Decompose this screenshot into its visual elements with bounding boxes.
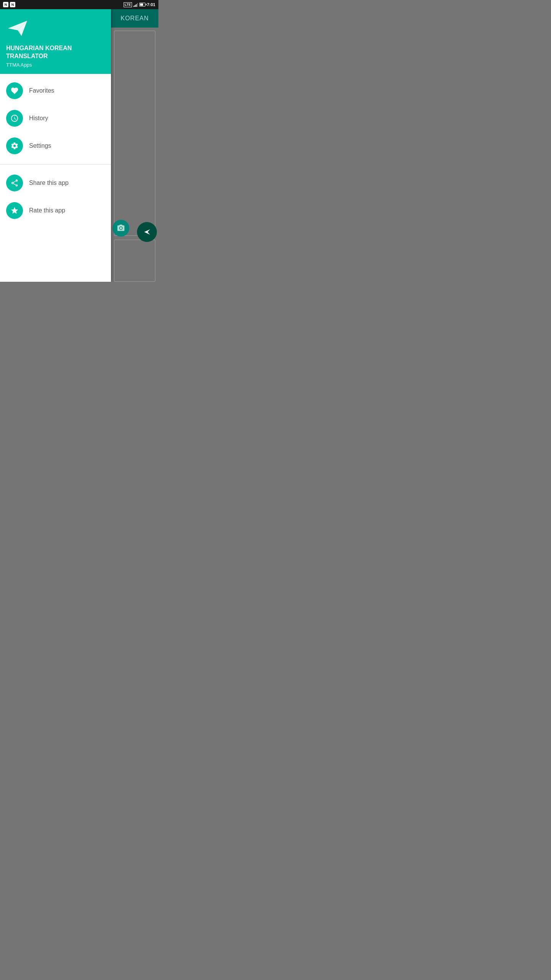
main-layout: HUNGARIAN KOREAN TRANSLATOR TTMA Apps Fa… [0, 9, 158, 282]
status-time: 7:01 [147, 2, 155, 7]
drawer-item-share[interactable]: Share this app [0, 169, 111, 197]
heart-icon [10, 87, 19, 95]
status-right: LTE 7:01 [124, 2, 155, 7]
history-label: History [29, 115, 48, 122]
drawer-item-favorites[interactable]: Favorites [0, 77, 111, 105]
app-logo [6, 17, 29, 40]
translate-fab[interactable] [137, 222, 157, 242]
clock-icon [10, 114, 19, 122]
svg-marker-0 [8, 21, 27, 36]
signal-bar-4 [137, 3, 138, 7]
favorites-label: Favorites [29, 87, 54, 94]
star-icon [10, 206, 19, 215]
share-label: Share this app [29, 180, 68, 186]
signal-icon [134, 2, 138, 7]
settings-label: Settings [29, 142, 51, 149]
drawer-divider [0, 164, 111, 165]
drawer: HUNGARIAN KOREAN TRANSLATOR TTMA Apps Fa… [0, 9, 111, 282]
signal-bar-3 [136, 4, 137, 7]
app-content: KOREAN [111, 9, 158, 282]
signal-bar-2 [135, 5, 135, 7]
translation-input-area[interactable] [114, 31, 155, 236]
drawer-subtitle: TTMA Apps [6, 62, 105, 68]
drawer-title: HUNGARIAN KOREAN TRANSLATOR [6, 44, 105, 60]
gear-icon [10, 142, 19, 150]
settings-icon-container [6, 137, 23, 154]
translation-output-area [114, 240, 155, 282]
rate-label: Rate this app [29, 207, 65, 214]
signal-bar-1 [134, 6, 134, 7]
favorites-icon-container [6, 82, 23, 99]
notification-icon-2: N [10, 2, 15, 7]
share-icon [10, 179, 19, 187]
battery-icon [139, 3, 145, 7]
drawer-item-settings[interactable]: Settings [0, 132, 111, 160]
svg-marker-3 [144, 229, 150, 235]
app-body [111, 28, 158, 282]
drawer-section-extra: Share this app Rate this app [0, 166, 111, 227]
camera-icon [117, 224, 125, 232]
drawer-section-main: Favorites History [0, 74, 111, 163]
status-bar: N N LTE 7:01 [0, 0, 158, 9]
rate-icon-container [6, 202, 23, 219]
notification-icon-1: N [3, 2, 8, 7]
camera-fab[interactable] [112, 220, 129, 237]
drawer-item-history[interactable]: History [0, 105, 111, 132]
app-header-title: KOREAN [121, 15, 149, 22]
drawer-items: Favorites History [0, 74, 111, 282]
drawer-header: HUNGARIAN KOREAN TRANSLATOR TTMA Apps [0, 9, 111, 74]
lte-icon: LTE [124, 2, 132, 7]
history-icon-container [6, 110, 23, 127]
app-header: KOREAN [111, 9, 158, 28]
share-icon-container [6, 175, 23, 191]
drawer-item-rate[interactable]: Rate this app [0, 197, 111, 224]
status-left: N N [3, 2, 15, 7]
battery-fill [140, 3, 143, 6]
send-icon [142, 227, 152, 237]
